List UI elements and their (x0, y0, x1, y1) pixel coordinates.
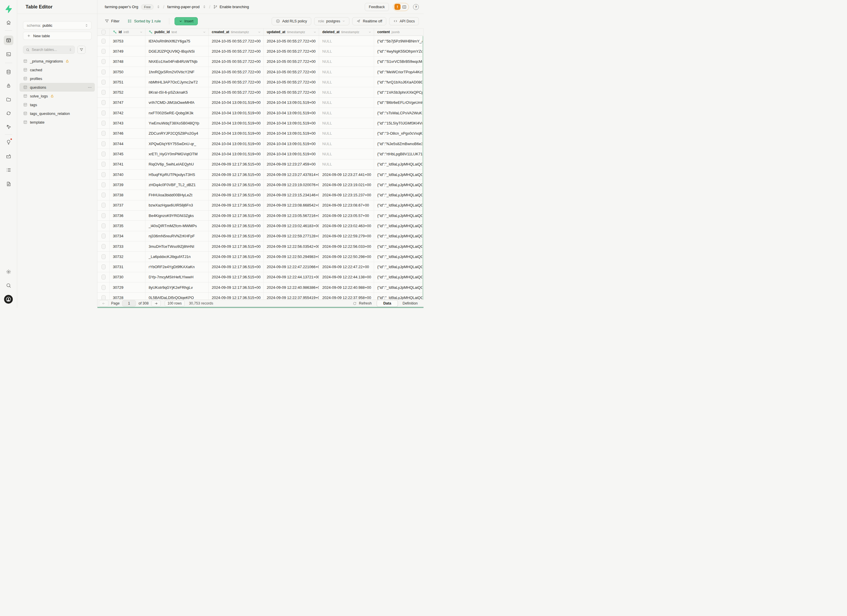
filter-button[interactable]: Filter (105, 19, 120, 23)
row-checkbox[interactable] (102, 39, 106, 44)
rail-item-api-docs[interactable] (4, 179, 13, 189)
cell-deleted_at[interactable]: 2024-09-09 12:23:15.237+00 (319, 190, 374, 200)
cell-created_at[interactable]: 2024-10-04 13:09:01.519+00 (208, 139, 264, 149)
cell-public_id[interactable]: zHDq4c0F0VBF_TL2_dBZ1 (145, 180, 208, 190)
cell-content[interactable]: {"id":"15LSIyT0JGMf3Kl4Vn (374, 118, 424, 128)
column-header-public_id[interactable]: public_idtext (145, 28, 208, 35)
cell-public_id[interactable]: DYp-7mcyMSIrHefLYIwwH (145, 272, 208, 282)
cell-created_at[interactable]: 2024-10-05 00:55:27.722+00 (208, 57, 264, 66)
cell-content[interactable]: {"id":"_Id9aLyJpMHQLaiQC (374, 252, 424, 261)
row-checkbox[interactable] (102, 254, 106, 259)
cell-created_at[interactable]: 2024-09-09 12:17:36.515+00 (208, 159, 264, 169)
page-number-input[interactable] (122, 300, 136, 307)
refresh-button[interactable]: Refresh (353, 301, 372, 305)
tab-data[interactable]: Data (377, 300, 398, 307)
cell-id[interactable]: 30742 (110, 108, 145, 118)
cell-created_at[interactable]: 2024-10-04 13:09:01.519+00 (208, 149, 264, 159)
cell-public_id[interactable]: nj336mN5reuRVNZrKHFpF (145, 231, 208, 241)
tab-definition[interactable]: Definition (401, 301, 419, 305)
cell-deleted_at[interactable]: NULL (319, 36, 374, 46)
row-checkbox[interactable] (102, 131, 106, 136)
cell-public_id[interactable]: 1hnRQjxSRm2V0VticY2NF (145, 67, 208, 77)
cell-created_at[interactable]: 2024-09-09 12:17:36.515+00 (208, 169, 264, 180)
cell-content[interactable]: {"id":"_Id9aLyJpMHQLaiQC (374, 272, 424, 282)
column-header-deleted_at[interactable]: deleted_attimestamptz (319, 28, 374, 35)
cell-content[interactable]: {"id":"_Id9aLyJpMHQLaiQC (374, 200, 424, 210)
cell-id[interactable]: 30731 (110, 262, 145, 272)
cell-deleted_at[interactable]: NULL (319, 118, 374, 128)
cell-deleted_at[interactable]: 2024-09-09 12:22:56.033+00 (319, 242, 374, 251)
cell-deleted_at[interactable]: 2024-09-09 12:23:08.67+00 (319, 200, 374, 210)
cell-public_id[interactable]: YwEmuWdqT38XoSB048QYp (145, 118, 208, 128)
rail-item-realtime[interactable] (4, 122, 13, 132)
rail-item-logs[interactable] (4, 165, 13, 175)
cell-updated_at[interactable]: 2024-10-05 00:55:27.722+00 (264, 77, 319, 87)
sidebar-table-item-solve_logs[interactable]: solve_logs (19, 91, 95, 100)
cell-updated_at[interactable]: 2024-09-09 12:22:50.294983+00 (264, 252, 319, 261)
row-checkbox[interactable] (102, 100, 106, 105)
row-checkbox[interactable] (102, 182, 106, 187)
cell-id[interactable]: 30743 (110, 118, 145, 128)
sidebar-table-item-cached[interactable]: cached (19, 65, 95, 74)
cell-created_at[interactable]: 2024-10-04 13:09:01.519+00 (208, 128, 264, 139)
cell-content[interactable]: {"id":"S1vrVC5BrB59wqcM4 (374, 57, 424, 66)
cell-public_id[interactable]: H5uqFKpRUTPkjxdysT3HS (145, 169, 208, 180)
cell-deleted_at[interactable]: NULL (319, 46, 374, 56)
cell-public_id[interactable]: vrIh7CMD-JtM1bOweMHfA (145, 98, 208, 108)
sidebar-table-item-tags[interactable]: tags (19, 100, 95, 109)
cell-updated_at[interactable]: 2024-10-04 13:09:01.519+00 (264, 98, 319, 108)
column-header-content[interactable]: contentjsonb (374, 28, 424, 35)
rail-item-home[interactable] (4, 18, 13, 27)
previous-page-button[interactable] (99, 300, 109, 307)
cell-content[interactable]: {"id":"_Id9aLyJpMHQLaiQC (374, 242, 424, 251)
sort-button[interactable]: Sorted by 1 rule (128, 19, 161, 23)
table-item-menu-icon[interactable] (87, 85, 92, 90)
rail-item-table-editor[interactable] (4, 35, 13, 45)
cell-deleted_at[interactable]: 2024-09-09 12:23:02.463+00 (319, 221, 374, 231)
cell-id[interactable]: 30748 (110, 57, 145, 66)
cell-id[interactable]: 30750 (110, 67, 145, 77)
cell-content[interactable]: {"id":"_Id9aLyJpMHQLaiQC (374, 159, 424, 169)
column-menu-chevron-icon[interactable] (368, 31, 372, 34)
cell-content[interactable]: {"id":"3-O8cn_xPgs0cVxqKB (374, 128, 424, 139)
cell-public_id[interactable]: nbMhHL3AP7OcCJymc2wT2 (145, 77, 208, 87)
row-checkbox[interactable] (102, 162, 106, 167)
rail-item-reports[interactable] (4, 151, 13, 161)
cell-content[interactable]: {"id":"_Id9aLyJpMHQLaiQC (374, 221, 424, 231)
add-rls-policy-button[interactable]: Add RLS policy (272, 17, 311, 25)
cell-created_at[interactable]: 2024-09-09 12:17:36.515+00 (208, 231, 264, 241)
cell-id[interactable]: 30736 (110, 211, 145, 221)
cell-created_at[interactable]: 2024-10-05 00:55:27.722+00 (208, 67, 264, 77)
cell-public_id[interactable]: rYbORF2e4YgDt9fKAXaKn (145, 262, 208, 272)
horizontal-scrollbar[interactable] (97, 307, 424, 308)
cell-public_id[interactable]: lEfA0sRh9hlXf62Y6ga75 (145, 36, 208, 46)
cell-updated_at[interactable]: 2024-09-09 12:23:08.668542+00 (264, 200, 319, 210)
select-all-checkbox[interactable] (102, 29, 106, 35)
cell-content[interactable]: {"id":"_Id9aLyJpMHQLaiQC (374, 211, 424, 221)
cell-deleted_at[interactable]: 2024-09-09 12:22:44.138+00 (319, 272, 374, 282)
cell-content[interactable]: {"id":"fvrQ1bXoJ6XaAD08G (374, 77, 424, 87)
role-select[interactable]: role postgres (314, 17, 350, 25)
cell-content[interactable]: {"id":"_Id9aLyJpMHQLaiQC (374, 293, 424, 299)
supabase-logo-icon[interactable] (4, 4, 13, 13)
breadcrumb-project[interactable]: farming-paper-prod (167, 4, 199, 9)
cell-public_id[interactable]: FHHUioa3bidd00BHyLeZt (145, 190, 208, 200)
rail-item-database[interactable] (4, 67, 13, 77)
row-checkbox[interactable] (102, 234, 106, 239)
rail-item-advisors[interactable] (4, 137, 13, 147)
schema-select[interactable]: schema: public (23, 21, 91, 29)
cell-content[interactable]: {"id":"_Id9aLyJpMHQLaiQC (374, 180, 424, 190)
row-checkbox[interactable] (102, 90, 106, 95)
sidebar-table-item-questions[interactable]: questions (19, 83, 95, 91)
cell-updated_at[interactable]: 2024-09-09 12:23:02.46183+00 (264, 221, 319, 231)
cell-id[interactable]: 30730 (110, 272, 145, 282)
cell-content[interactable]: {"id":"_Id9aLyJpMHQLaiQC (374, 231, 424, 241)
row-checkbox[interactable] (102, 141, 106, 146)
cell-updated_at[interactable]: 2024-10-05 00:55:27.722+00 (264, 36, 319, 46)
row-checkbox[interactable] (102, 121, 106, 126)
cell-id[interactable]: 30728 (110, 293, 145, 299)
cell-public_id[interactable]: 0L5BAfDaLDl5rQOiqeKPO (145, 293, 208, 299)
cell-deleted_at[interactable]: 2024-09-09 12:23:27.441+00 (319, 169, 374, 180)
cell-content[interactable]: {"id":"_Id9aLyJpMHQLaiQC (374, 190, 424, 200)
cell-created_at[interactable]: 2024-09-09 12:17:36.515+00 (208, 180, 264, 190)
